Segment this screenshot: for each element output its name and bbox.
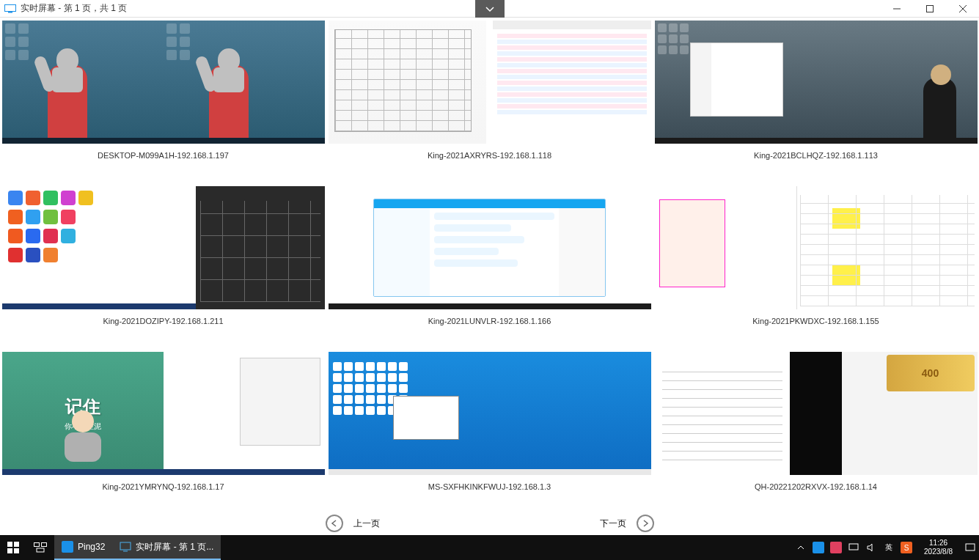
screen-thumbnail[interactable] xyxy=(329,186,651,309)
tray-up-icon[interactable] xyxy=(795,542,807,553)
screen-label: King-2021PKWDXC-192.168.1.155 xyxy=(752,309,879,349)
screen-label: King-2021LUNVLR-192.168.1.166 xyxy=(428,309,551,349)
screen-label: DESKTOP-M099A1H-192.168.1.197 xyxy=(98,144,229,183)
screen-thumbnail[interactable]: 400 xyxy=(655,352,978,475)
arrow-right-icon xyxy=(637,515,654,532)
screen-tile: MS-SXFHKINKFWUJ-192.168.1.3 xyxy=(328,352,651,515)
screen-tile: King-2021LUNVLR-192.168.1.166 xyxy=(328,186,651,349)
arrow-left-icon xyxy=(326,515,343,532)
close-button[interactable] xyxy=(946,0,979,18)
screen-thumbnail[interactable] xyxy=(2,186,325,309)
svg-rect-12 xyxy=(37,548,44,552)
taskbar: Ping32 实时屏幕 - 第 1 页... 英 S 11:26 2023/8/… xyxy=(0,535,979,560)
titlebar: 实时屏幕 - 第 1 页，共 1 页 xyxy=(0,0,979,18)
svg-rect-6 xyxy=(7,542,12,547)
screen-thumbnail[interactable] xyxy=(329,352,651,475)
svg-rect-7 xyxy=(14,542,19,547)
tray-ime-icon[interactable]: 英 xyxy=(883,542,895,553)
monitor-icon xyxy=(4,4,16,13)
svg-rect-16 xyxy=(966,544,975,550)
screen-label: King-2021YMRYNQ-192.168.1.17 xyxy=(102,475,224,515)
pager: 上一页 下一页 xyxy=(0,515,979,532)
screen-thumbnail[interactable] xyxy=(655,21,978,144)
app-icon xyxy=(62,541,73,553)
svg-rect-11 xyxy=(42,543,47,547)
screen-tile: King-2021PKWDXC-192.168.1.155 xyxy=(654,186,978,349)
start-button[interactable] xyxy=(0,535,26,560)
tray-sogou-icon[interactable]: S xyxy=(901,542,912,553)
taskbar-app-label: 实时屏幕 - 第 1 页... xyxy=(136,541,213,553)
next-label: 下一页 xyxy=(600,517,626,530)
next-page-button[interactable]: 下一页 xyxy=(600,515,654,532)
screen-tile: 记住 你不是烂泥 King-2021YMRYNQ-192.168.1.17 xyxy=(1,352,325,515)
screen-thumbnail[interactable] xyxy=(329,21,651,144)
screen-label: MS-SXFHKINKFWUJ-192.168.1.3 xyxy=(428,475,551,515)
screen-thumbnail[interactable] xyxy=(655,186,978,309)
notifications-icon[interactable] xyxy=(964,542,976,553)
screen-tile: King-2021DOZIPY-192.168.1.211 xyxy=(1,186,325,349)
system-tray: 英 S 11:26 2023/8/8 xyxy=(795,539,979,556)
screen-label: King-2021DOZIPY-192.168.1.211 xyxy=(103,309,223,349)
svg-rect-1 xyxy=(8,12,12,13)
tray-network-icon[interactable] xyxy=(848,542,859,553)
screen-tile: DESKTOP-M099A1H-192.168.1.197 xyxy=(1,21,325,183)
tray-volume-icon[interactable] xyxy=(865,542,877,553)
screen-label: King-2021AXRYRS-192.168.1.118 xyxy=(428,144,551,183)
svg-rect-10 xyxy=(34,543,40,547)
date-text: 2023/8/8 xyxy=(924,548,953,556)
collapse-button[interactable] xyxy=(475,0,505,18)
svg-rect-8 xyxy=(7,548,12,553)
task-view-button[interactable] xyxy=(26,535,54,560)
svg-rect-9 xyxy=(14,548,19,553)
window-title: 实时屏幕 - 第 1 页，共 1 页 xyxy=(21,2,127,15)
time-text: 11:26 xyxy=(924,539,953,548)
taskbar-app-label: Ping32 xyxy=(78,542,105,552)
tray-app-icon[interactable] xyxy=(830,542,842,553)
screen-tile: King-2021AXRYRS-192.168.1.118 xyxy=(328,21,651,183)
screen-grid: DESKTOP-M099A1H-192.168.1.197 King-2021A… xyxy=(0,18,979,515)
screen-tile: 400 QH-20221202RXVX-192.168.1.14 xyxy=(654,352,978,515)
svg-rect-13 xyxy=(120,542,131,550)
taskbar-app-ping32[interactable]: Ping32 xyxy=(54,535,112,560)
monitor-icon xyxy=(120,542,131,552)
screen-thumbnail[interactable]: 记住 你不是烂泥 xyxy=(2,352,325,475)
screen-label: QH-20221202RXVX-192.168.1.14 xyxy=(755,475,877,515)
maximize-button[interactable] xyxy=(913,0,946,18)
taskbar-clock[interactable]: 11:26 2023/8/8 xyxy=(918,539,958,556)
prev-page-button[interactable]: 上一页 xyxy=(326,515,380,532)
svg-rect-0 xyxy=(5,4,16,11)
tray-security-icon[interactable] xyxy=(813,542,824,553)
banner-text: 400 xyxy=(887,355,975,391)
svg-rect-3 xyxy=(926,6,933,12)
taskbar-app-realtime[interactable]: 实时屏幕 - 第 1 页... xyxy=(112,535,221,560)
screen-label: King-2021BCLHQZ-192.168.1.113 xyxy=(754,144,878,183)
screen-thumbnail[interactable] xyxy=(2,21,325,144)
prev-label: 上一页 xyxy=(353,517,380,530)
minimize-button[interactable] xyxy=(880,0,913,18)
screen-tile: King-2021BCLHQZ-192.168.1.113 xyxy=(654,21,978,183)
svg-rect-15 xyxy=(849,544,858,550)
